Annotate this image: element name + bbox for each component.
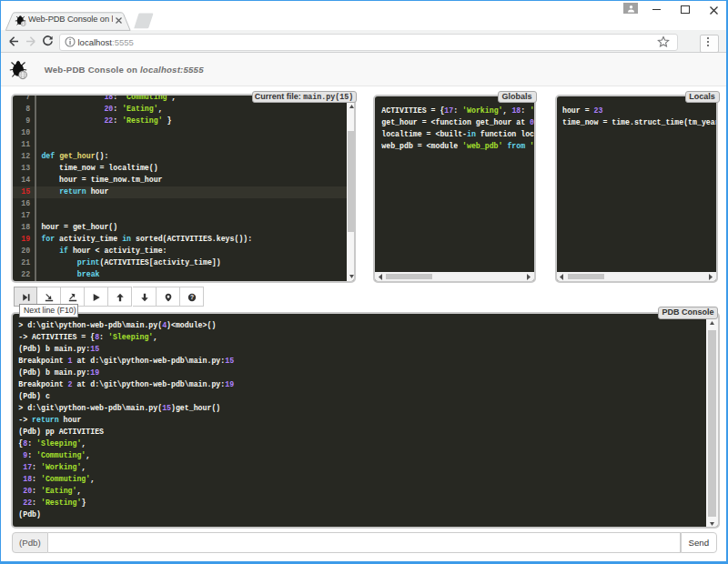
svg-text:?: ? bbox=[190, 294, 194, 300]
